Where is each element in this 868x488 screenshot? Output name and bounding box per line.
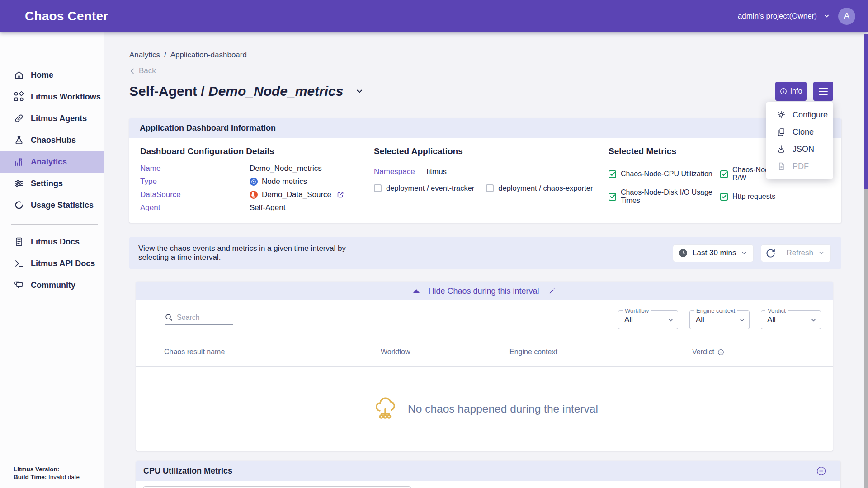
menu-item-clone[interactable]: Clone: [766, 123, 833, 141]
sidebar-item-community[interactable]: Community: [0, 274, 104, 296]
terminal-icon: [14, 258, 24, 269]
sidebar-item-chaoshubs[interactable]: ChaosHubs: [0, 129, 104, 151]
project-label: admin's project(Owner): [738, 12, 817, 21]
config-label-agent: Agent: [140, 203, 250, 212]
workflows-icon: [14, 91, 24, 102]
breadcrumb-application-dashboard[interactable]: Application-dashboard: [170, 51, 247, 60]
sidebar-item-litmus-docs[interactable]: Litmus Docs: [0, 231, 104, 253]
page-scrollbar-thumb[interactable]: [864, 34, 868, 189]
menu-item-configure[interactable]: Configure: [766, 106, 833, 123]
selected-applications-section: Selected Applications Namespace litmus d…: [374, 146, 609, 212]
app-header: Chaos Center admin's project(Owner) A: [0, 0, 868, 32]
link-icon: [14, 113, 24, 124]
verdict-filter-value: All: [767, 315, 776, 324]
chevron-down-icon: [739, 317, 745, 324]
avatar[interactable]: A: [838, 8, 855, 25]
dashboard-name: Demo_Node_metrics: [208, 84, 343, 99]
main-content: Analytics / Application-dashboard Back S…: [104, 32, 868, 488]
sidebar-item-litmus-api-docs[interactable]: Litmus API Docs: [0, 253, 104, 274]
sidebar-item-settings[interactable]: Settings: [0, 173, 104, 194]
config-label-type: Type: [140, 177, 250, 186]
application-checkbox-event-tracker[interactable]: deployment / event-tracker: [374, 184, 474, 192]
file-icon: [777, 162, 786, 171]
namespace-value: litmus: [427, 167, 447, 176]
refresh-button-group: Refresh: [761, 244, 831, 262]
sliders-icon: [14, 178, 24, 189]
checkbox-checked[interactable]: [720, 193, 728, 201]
sidebar: Home Litmus Workflows Litmus Agents Chao…: [0, 32, 104, 488]
chevron-down-icon: [667, 317, 674, 324]
dashboard-actions-dropdown: Configure Clone JSON PDF: [766, 102, 833, 179]
refresh-now-button[interactable]: [761, 245, 780, 262]
node-metrics-icon: [250, 178, 258, 186]
config-label-name: Name: [140, 164, 250, 173]
column-chaos-result-name: Chaos result name: [164, 348, 381, 356]
copy-icon: [777, 127, 786, 136]
sidebar-item-home[interactable]: Home: [0, 64, 104, 86]
back-button[interactable]: Back: [129, 66, 165, 75]
chevron-down-icon: [823, 13, 830, 19]
page-scrollbar-track[interactable]: [864, 34, 868, 488]
checkbox-checked[interactable]: [609, 193, 616, 201]
engine-context-filter-select[interactable]: Engine context All: [689, 310, 750, 329]
chaos-table-toolbar: Workflow All Engine context All Verdict …: [136, 300, 833, 338]
refresh-interval-button[interactable]: Refresh: [780, 245, 830, 262]
checkbox-checked[interactable]: [720, 170, 728, 178]
metric-checkbox-cpu-utilization[interactable]: Chaos-Node-CPU Utilization: [609, 166, 720, 182]
workflow-filter-value: All: [624, 315, 633, 324]
breadcrumb-separator: /: [164, 51, 166, 60]
hide-chaos-toggle[interactable]: Hide Chaos during this interval: [136, 282, 833, 300]
info-button[interactable]: Info: [775, 82, 807, 101]
search-icon: [165, 314, 173, 321]
time-range-button[interactable]: Last 30 mins: [673, 244, 754, 262]
workflow-filter-select[interactable]: Workflow All: [618, 310, 678, 329]
checkbox-checked[interactable]: [609, 170, 616, 178]
project-switcher[interactable]: admin's project(Owner): [738, 12, 830, 21]
dashboard-switcher-chevron-icon[interactable]: [355, 87, 364, 96]
circle-arc-icon: [14, 200, 24, 211]
sidebar-item-litmus-workflows[interactable]: Litmus Workflows: [0, 86, 104, 108]
config-value-name: Demo_Node_metrics: [250, 164, 374, 173]
page-title: Self-Agent / Demo_Node_metrics: [129, 84, 343, 99]
cpu-utilization-panel: CPU Utilization Metrics: [136, 461, 840, 488]
collapse-panel-button[interactable]: [816, 466, 826, 476]
metric-checkbox-http-requests[interactable]: Http requests: [720, 188, 830, 205]
engine-context-filter-value: All: [696, 315, 704, 324]
time-interval-bar: View the chaos events and metrics in a g…: [129, 237, 841, 269]
sidebar-item-litmus-agents[interactable]: Litmus Agents: [0, 108, 104, 129]
verdict-filter-select[interactable]: Verdict All: [761, 310, 821, 329]
checkbox-unchecked[interactable]: [486, 184, 494, 192]
info-icon[interactable]: [717, 349, 724, 356]
config-label-datasource: DataSource: [140, 190, 250, 199]
breadcrumb-analytics[interactable]: Analytics: [129, 51, 160, 60]
chaos-events-panel: Hide Chaos during this interval Workflow…: [136, 282, 833, 451]
version-info: Litmus Version: Build Time: Invalid date: [14, 465, 80, 481]
metric-select-field[interactable]: [142, 486, 412, 488]
namespace-label: Namespace: [374, 167, 415, 176]
edit-pencil-icon[interactable]: [548, 287, 556, 295]
search-field[interactable]: [165, 310, 233, 325]
empty-state: No chaos happened during the interval: [136, 367, 833, 451]
document-icon: [14, 236, 24, 247]
title-bar: Self-Agent / Demo_Node_metrics Info Conf…: [129, 81, 841, 101]
sidebar-item-analytics[interactable]: Analytics: [0, 151, 104, 173]
minus-circle-icon: [816, 466, 826, 476]
clock-icon: [679, 249, 688, 258]
application-checkbox-chaos-exporter[interactable]: deployment / chaos-exporter: [486, 184, 593, 192]
menu-item-pdf[interactable]: PDF: [766, 158, 833, 175]
checkbox-unchecked[interactable]: [374, 184, 382, 192]
menu-item-json[interactable]: JSON: [766, 141, 833, 158]
chevron-left-icon: [129, 68, 135, 75]
column-engine-context: Engine context: [509, 348, 692, 356]
dashboard-actions-menu-button[interactable]: [813, 82, 833, 101]
app-title: Chaos Center: [25, 9, 108, 23]
home-icon: [14, 70, 24, 80]
metric-checkbox-disk-io-times[interactable]: Chaos-Node-Disk I/O Usage Times: [609, 188, 720, 205]
sidebar-item-usage-statistics[interactable]: Usage Statistics: [0, 194, 104, 216]
info-icon: [780, 88, 787, 95]
dashboard-info-panel-header: Application Dashboard Information: [129, 118, 841, 138]
column-verdict: Verdict: [692, 348, 724, 356]
search-input[interactable]: [177, 314, 229, 322]
chat-icon: [14, 280, 24, 291]
external-link-icon[interactable]: [337, 191, 344, 198]
